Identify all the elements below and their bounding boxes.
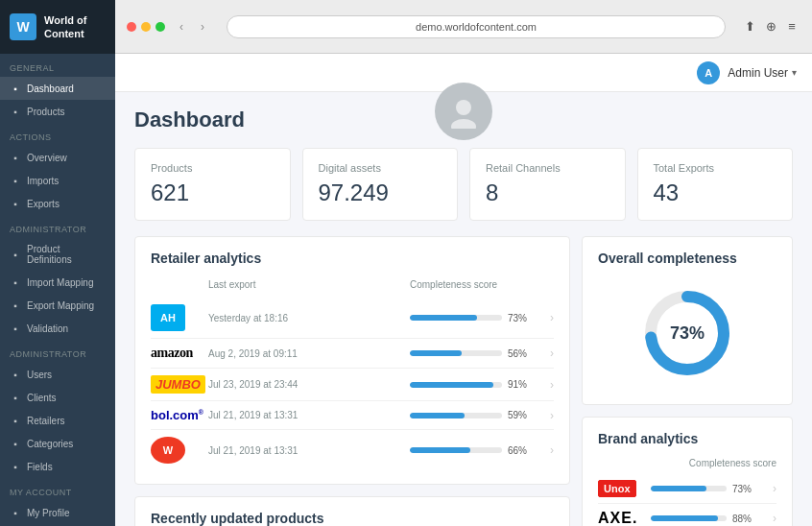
retailer-logo-jumbo: JUMBO bbox=[151, 375, 208, 394]
progress-bg-wvh bbox=[410, 447, 502, 453]
sidebar-item-clients[interactable]: ▪Clients bbox=[0, 386, 115, 409]
sidebar-section-label: Administrator bbox=[0, 215, 115, 238]
brand-logo-axe: AXE. bbox=[598, 510, 651, 526]
svg-point-0 bbox=[456, 100, 471, 115]
forward-button[interactable]: › bbox=[194, 18, 211, 36]
brand-chevron-right-unox[interactable]: › bbox=[759, 482, 776, 495]
sidebar-item-categories[interactable]: ▪Categories bbox=[0, 432, 115, 455]
sidebar-item-label-exports: Exports bbox=[27, 199, 60, 209]
sidebar-item-label-import-mapping: Import Mapping bbox=[27, 277, 93, 288]
retailer-logo-ah: AH bbox=[151, 304, 208, 331]
sidebar-item-label-products: Products bbox=[27, 107, 64, 117]
sidebar-item-products[interactable]: ▪Products bbox=[0, 100, 115, 123]
sidebar-item-exports[interactable]: ▪Exports bbox=[0, 192, 115, 215]
stat-card-retail-channels: Retail Channels 8 bbox=[469, 148, 626, 221]
progress-fill-jumbo bbox=[410, 382, 493, 388]
sidebar-item-label-fields: Fields bbox=[27, 462, 53, 472]
progress-bg-jumbo bbox=[410, 382, 502, 388]
logo-axe: AXE. bbox=[598, 510, 651, 526]
retailer-row-ah[interactable]: AH Yesterday at 18:16 73% › bbox=[151, 298, 554, 339]
stat-card-products: Products 621 bbox=[134, 148, 291, 221]
retailer-row-jumbo[interactable]: JUMBO Jul 23, 2019 at 23:44 91% › bbox=[151, 369, 554, 401]
header-last-export: Last export bbox=[208, 279, 410, 290]
brand-progress-fill-axe bbox=[651, 515, 718, 521]
sidebar-item-retailers[interactable]: ▪Retailers bbox=[0, 409, 115, 432]
logo-bol: bol.com® bbox=[151, 408, 203, 422]
retailer-row-wvh[interactable]: W Jul 21, 2019 at 13:31 66% › bbox=[151, 430, 554, 470]
sidebar-item-import-mapping[interactable]: ▪Import Mapping bbox=[0, 271, 115, 294]
score-pct-amazon: 56% bbox=[508, 348, 535, 359]
sidebar-item-label-categories: Categories bbox=[27, 439, 73, 449]
retailer-row-bol[interactable]: bol.com® Jul 21, 2019 at 13:31 59% › bbox=[151, 401, 554, 430]
overall-completeness-title: Overall completeness bbox=[598, 251, 776, 266]
stat-label-products: Products bbox=[151, 162, 275, 174]
recent-products-card: Recently updated products 🎮 Skip-Bo - Ka… bbox=[134, 496, 570, 526]
share-icon[interactable]: ⬆ bbox=[741, 18, 758, 36]
brand-row-axe[interactable]: AXE. 88% › bbox=[598, 504, 776, 526]
dot-maximize[interactable] bbox=[155, 22, 165, 32]
progress-fill-wvh bbox=[410, 447, 470, 453]
sidebar-item-my-profile[interactable]: ▪My Profile bbox=[0, 501, 115, 524]
score-pct-wvh: 66% bbox=[508, 445, 535, 456]
dot-close[interactable] bbox=[127, 22, 136, 32]
stat-label-digital-assets: Digital assets bbox=[319, 162, 442, 174]
retailer-rows: AH Yesterday at 18:16 73% › amazon Aug 2… bbox=[151, 298, 554, 470]
brand-score-pct-axe: 88% bbox=[732, 514, 759, 524]
retailer-logo-wvh: W bbox=[151, 437, 208, 464]
logo-jumbo: JUMBO bbox=[151, 375, 205, 394]
sidebar-item-users[interactable]: ▪Users bbox=[0, 363, 115, 386]
brand-row-unox[interactable]: Unox 73% › bbox=[598, 474, 776, 504]
retailer-row-amazon[interactable]: amazon Aug 2, 2019 at 09:11 56% › bbox=[151, 339, 554, 369]
retailer-score-col-jumbo: 91% bbox=[410, 379, 535, 390]
chevron-right-icon-jumbo[interactable]: › bbox=[535, 378, 554, 392]
sidebar-item-export-mapping[interactable]: ▪Export Mapping bbox=[0, 294, 115, 317]
overall-completeness-card: Overall completeness 73% bbox=[582, 236, 793, 405]
sidebar-item-product-definitions[interactable]: ▪Product Definitions bbox=[0, 238, 115, 271]
donut-chart: 73% bbox=[598, 275, 776, 391]
categories-icon: ▪ bbox=[10, 438, 21, 449]
sidebar-item-fields[interactable]: ▪Fields bbox=[0, 455, 115, 478]
brand-analytics-title: Brand analytics bbox=[598, 431, 776, 446]
dot-minimize[interactable] bbox=[141, 22, 151, 32]
stat-value-products: 621 bbox=[151, 179, 275, 206]
sidebar-section-label: Administrator bbox=[0, 340, 115, 363]
retailer-logo-amazon: amazon bbox=[151, 346, 208, 361]
brand-chevron-right-axe[interactable]: › bbox=[759, 512, 776, 525]
brand-score-col-axe: 88% bbox=[651, 514, 759, 524]
sidebar-item-validation[interactable]: ▪Validation bbox=[0, 317, 115, 340]
user-menu[interactable]: Admin User ▾ bbox=[728, 66, 797, 80]
donut-label: 73% bbox=[670, 323, 705, 344]
users-icon: ▪ bbox=[10, 369, 21, 380]
logo-amazon: amazon bbox=[151, 346, 193, 361]
stat-label-retail-channels: Retail Channels bbox=[486, 162, 609, 174]
retailer-score-col-bol: 59% bbox=[410, 410, 535, 420]
chevron-right-icon-amazon[interactable]: › bbox=[535, 347, 554, 360]
user-name: Admin User bbox=[728, 66, 788, 80]
chevron-right-icon-ah[interactable]: › bbox=[535, 311, 554, 324]
sidebar-section-label: My Account bbox=[0, 478, 115, 501]
my-profile-icon: ▪ bbox=[10, 507, 21, 518]
back-button[interactable]: ‹ bbox=[173, 18, 190, 36]
retailer-export-amazon: Aug 2, 2019 at 09:11 bbox=[208, 348, 410, 359]
score-pct-jumbo: 91% bbox=[508, 379, 535, 390]
logo-unox: Unox bbox=[598, 480, 636, 497]
bookmark-icon[interactable]: ⊕ bbox=[762, 18, 779, 36]
chevron-right-icon-bol[interactable]: › bbox=[535, 409, 554, 422]
address-bar[interactable]: demo.worldofcontent.com bbox=[227, 15, 726, 38]
sidebar-item-label-dashboard: Dashboard bbox=[27, 84, 74, 94]
right-col: Overall completeness 73% Brand analytics bbox=[582, 236, 793, 526]
recent-products-title: Recently updated products bbox=[151, 511, 554, 526]
sidebar-item-overview[interactable]: ▪Overview bbox=[0, 146, 115, 169]
products-icon: ▪ bbox=[10, 106, 21, 117]
chevron-right-icon-wvh[interactable]: › bbox=[535, 443, 554, 457]
svg-point-1 bbox=[451, 119, 476, 129]
browser-chrome: ‹ › demo.worldofcontent.com ⬆ ⊕ ≡ bbox=[115, 0, 812, 54]
more-icon[interactable]: ≡ bbox=[783, 18, 800, 36]
logo-icon: W bbox=[10, 13, 36, 40]
dashboard-icon: ▪ bbox=[10, 83, 21, 94]
sidebar-item-dashboard[interactable]: ▪Dashboard bbox=[0, 77, 115, 100]
stat-value-retail-channels: 8 bbox=[486, 179, 609, 206]
retailer-score-col-amazon: 56% bbox=[410, 348, 535, 359]
retailers-icon: ▪ bbox=[10, 415, 21, 426]
sidebar-item-imports[interactable]: ▪Imports bbox=[0, 169, 115, 192]
